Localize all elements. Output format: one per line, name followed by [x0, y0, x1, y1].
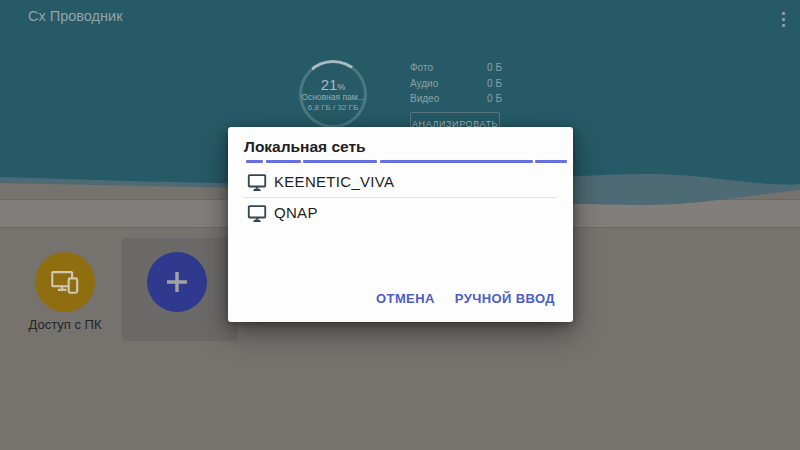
tile-add-location[interactable]	[147, 252, 207, 312]
device-row-qnap[interactable]: QNAP	[228, 198, 573, 228]
stat-value: 0 Б	[487, 78, 502, 94]
device-name: KEENETIC_VIVA	[274, 167, 394, 197]
stat-row-video: Видео 0 Б	[410, 93, 502, 109]
device-row-keenetic[interactable]: KEENETIC_VIVA	[228, 167, 573, 197]
monitor-icon	[246, 203, 268, 224]
stat-label: Аудио	[410, 78, 438, 94]
storage-percent: 21%	[321, 76, 346, 93]
monitor-icon	[246, 172, 268, 193]
dialog-title: Локальная сеть	[244, 138, 366, 156]
pc-access-icon	[48, 265, 82, 299]
storage-name: Основная пам...	[301, 93, 364, 103]
scan-progress-bar	[246, 160, 567, 163]
stat-label: Видео	[410, 93, 439, 109]
tile-pc-access-label: Доступ с ПК	[0, 317, 130, 332]
app-title: Cx Проводник	[28, 8, 123, 24]
stat-value: 0 Б	[487, 62, 502, 78]
storage-ring-content: 21% Основная пам... 6,8 ГБ / 32 ГБ	[299, 60, 367, 128]
stat-label: Фото	[410, 62, 433, 78]
screen: Cx Проводник 21% Основная пам... 6,8 ГБ …	[0, 0, 800, 450]
cancel-button[interactable]: ОТМЕНА	[374, 283, 437, 314]
device-name: QNAP	[274, 198, 318, 228]
stat-row-audio: Аудио 0 Б	[410, 78, 502, 94]
tile-pc-access[interactable]	[35, 252, 95, 312]
stat-value: 0 Б	[487, 93, 502, 109]
overflow-menu-button[interactable]	[776, 8, 790, 30]
media-stats: Фото 0 Б Аудио 0 Б Видео 0 Б	[410, 62, 502, 109]
plus-icon	[161, 266, 193, 298]
dialog-actions: ОТМЕНА РУЧНОЙ ВВОД	[374, 283, 557, 314]
local-network-dialog: Локальная сеть KEENETIC_VIVA QNAP ОТМЕНА…	[228, 127, 573, 322]
stat-row-photo: Фото 0 Б	[410, 62, 502, 78]
storage-size: 6,8 ГБ / 32 ГБ	[308, 103, 358, 112]
manual-input-button[interactable]: РУЧНОЙ ВВОД	[453, 283, 557, 314]
storage-usage-ring[interactable]: 21% Основная пам... 6,8 ГБ / 32 ГБ	[299, 60, 367, 128]
